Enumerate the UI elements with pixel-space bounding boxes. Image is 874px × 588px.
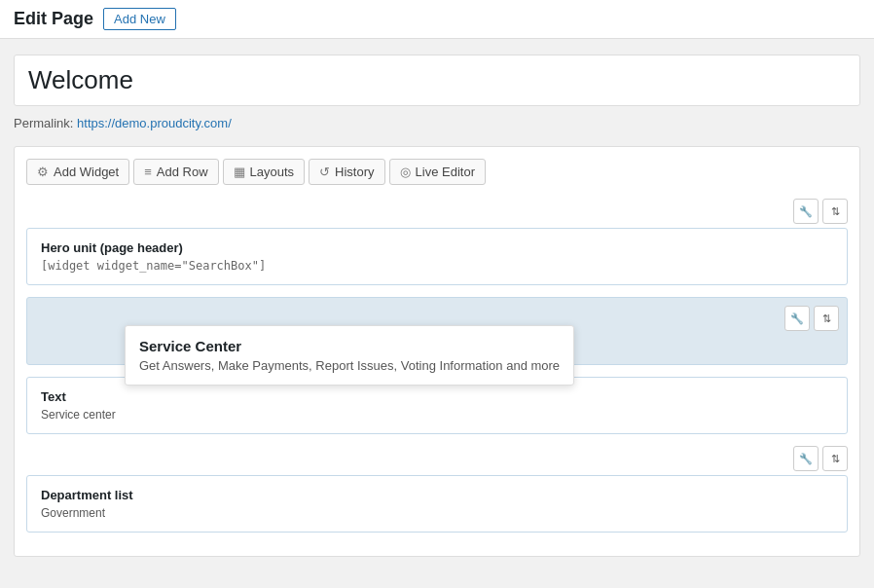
- text-widget-title: Text: [41, 389, 833, 404]
- add-row-label: Add Row: [157, 165, 208, 179]
- page-heading: Edit Page: [14, 9, 93, 29]
- hero-unit-title: Hero unit (page header): [41, 240, 833, 255]
- tooltip-title: Service Center: [139, 338, 560, 354]
- add-new-button[interactable]: Add New: [103, 8, 176, 30]
- history-button[interactable]: ↺ History: [309, 159, 384, 185]
- top-bar: Edit Page Add New: [0, 0, 874, 39]
- move-icon: ⇅: [831, 205, 840, 218]
- live-editor-button[interactable]: ◎ Live Editor: [389, 159, 486, 185]
- permalink-link[interactable]: https://demo.proudcity.com/: [77, 116, 232, 130]
- service-center-move-button[interactable]: ⇅: [814, 306, 839, 331]
- service-center-section: 🔧 ⇅ Service Center Get Answers, Make Pay…: [26, 297, 848, 365]
- editor-toolbar: ⚙ Add Widget ≡ Add Row ▦ Layouts ↺ Histo…: [26, 159, 848, 185]
- add-row-button[interactable]: ≡ Add Row: [133, 159, 218, 185]
- department-list-actions: 🔧 ⇅: [26, 446, 848, 471]
- hero-unit-move-button[interactable]: ⇅: [822, 199, 848, 224]
- department-list-edit-button[interactable]: 🔧: [793, 446, 819, 471]
- service-center-edit-button[interactable]: 🔧: [784, 306, 810, 331]
- add-widget-label: Add Widget: [54, 165, 119, 179]
- history-label: History: [335, 165, 374, 179]
- hero-unit-card: Hero unit (page header) [widget widget_n…: [26, 228, 848, 285]
- hero-unit-edit-button[interactable]: 🔧: [793, 199, 819, 224]
- live-editor-label: Live Editor: [416, 165, 475, 179]
- add-widget-button[interactable]: ⚙ Add Widget: [26, 159, 129, 185]
- page-title-input[interactable]: [14, 55, 860, 106]
- text-widget-content: Service center: [41, 408, 833, 422]
- permalink-label: Permalink:: [14, 116, 73, 130]
- layouts-button[interactable]: ▦ Layouts: [223, 159, 306, 185]
- department-list-title: Department list: [41, 488, 833, 502]
- tooltip-description: Get Answers, Make Payments, Report Issue…: [139, 358, 560, 373]
- wrench-icon-3: 🔧: [799, 453, 813, 465]
- editor-container: ⚙ Add Widget ≡ Add Row ▦ Layouts ↺ Histo…: [14, 146, 860, 557]
- hero-unit-section: 🔧 ⇅ Hero unit (page header) [widget widg…: [26, 199, 848, 285]
- move-icon-3: ⇅: [831, 453, 840, 465]
- department-list-content: Government: [41, 506, 833, 520]
- eye-icon: ◎: [400, 165, 411, 179]
- wrench-icon: 🔧: [799, 205, 813, 218]
- permalink-row: Permalink: https://demo.proudcity.com/: [14, 116, 860, 130]
- wrench-icon-2: 🔧: [790, 312, 804, 325]
- department-list-card: Department list Government: [26, 475, 848, 533]
- service-center-tooltip: Service Center Get Answers, Make Payment…: [125, 325, 574, 386]
- layouts-label: Layouts: [250, 165, 295, 179]
- layout-icon: ▦: [234, 165, 245, 179]
- hero-unit-content: [widget widget_name="SearchBox"]: [41, 259, 833, 273]
- move-icon-2: ⇅: [822, 312, 831, 325]
- main-content: Permalink: https://demo.proudcity.com/ ⚙…: [0, 39, 874, 572]
- history-icon: ↺: [319, 165, 330, 179]
- service-center-row: 🔧 ⇅ Service Center Get Answers, Make Pay…: [26, 297, 848, 365]
- gear-icon: ⚙: [37, 165, 49, 179]
- rows-icon: ≡: [144, 165, 152, 179]
- department-list-move-button[interactable]: ⇅: [822, 446, 848, 471]
- department-list-section: 🔧 ⇅ Department list Government: [26, 446, 848, 533]
- hero-unit-actions: 🔧 ⇅: [26, 199, 848, 224]
